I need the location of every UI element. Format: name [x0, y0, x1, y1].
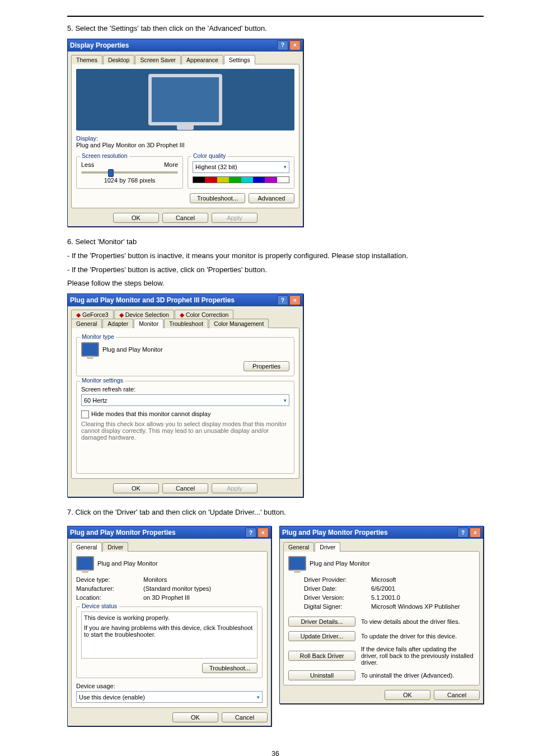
status-textarea: This device is working properly. If you … [81, 612, 257, 659]
tab-strip: Themes Desktop Screen Saver Appearance S… [71, 55, 299, 64]
device-icon: ◆ [119, 311, 124, 318]
tab-driver[interactable]: Driver [315, 542, 340, 552]
title: Display Properties [70, 41, 129, 49]
chevron-down-icon: ▾ [284, 164, 287, 170]
version-value: 5.1.2001.0 [371, 594, 475, 601]
resolution-slider[interactable] [81, 171, 178, 174]
display-properties-dialog: Display Properties ? × Themes Desktop Sc… [67, 39, 303, 227]
tab-screensaver[interactable]: Screen Saver [135, 55, 181, 64]
advanced-button[interactable]: Advanced [249, 193, 294, 203]
ok-button[interactable]: OK [385, 690, 430, 700]
update-driver-button[interactable]: Update Driver... [288, 631, 355, 641]
title: Plug and Play Monitor and 3D Prophet III… [70, 296, 235, 304]
uninstall-text: To uninstall the driver (Advanced). [361, 672, 475, 679]
title: Plug and Play Monitor Properties [70, 529, 176, 536]
ok-button[interactable]: OK [113, 213, 159, 223]
properties-button[interactable]: Properties [243, 361, 289, 371]
hide-modes-checkbox[interactable] [81, 410, 89, 418]
help-icon[interactable]: ? [245, 528, 256, 538]
device-usage-label: Device usage: [76, 683, 263, 689]
step6b-text: - If the 'Properties' button is active, … [67, 265, 484, 276]
driver-details-button[interactable]: Driver Details... [288, 617, 355, 627]
rollback-button[interactable]: Roll Back Driver [288, 651, 355, 661]
color-dropdown[interactable]: Highest (32 bit)▾ [193, 161, 289, 173]
res-less: Less [81, 161, 94, 168]
close-icon[interactable]: × [470, 528, 481, 538]
color-icon: ◆ [180, 311, 184, 318]
close-icon[interactable]: × [289, 295, 301, 305]
monitor-icon [148, 74, 222, 125]
troubleshoot-button[interactable]: Troubleshoot... [190, 193, 245, 203]
refresh-value: 60 Hertz [84, 397, 107, 404]
device-usage-dropdown[interactable]: Use this device (enable)▾ [76, 691, 263, 703]
titlebar: Plug and Play Monitor Properties ? × [280, 526, 483, 539]
date-label: Driver Date: [304, 585, 366, 592]
device-status-legend: Device status [80, 603, 119, 609]
ok-button[interactable]: OK [172, 712, 218, 722]
device-name: Plug and Play Monitor [97, 560, 158, 567]
resolution-legend: Screen resolution [80, 152, 129, 159]
date-value: 6/6/2001 [371, 585, 475, 592]
color-swatches [193, 176, 289, 183]
rollback-text: If the device fails after updating the d… [361, 646, 475, 666]
devtype-label: Device type: [76, 576, 138, 583]
close-icon[interactable]: × [289, 40, 301, 50]
troubleshoot-button[interactable]: Troubleshoot... [202, 663, 257, 673]
help-icon[interactable]: ? [457, 528, 469, 538]
monitor-settings-legend: Monitor settings [80, 377, 125, 384]
tab-adapter[interactable]: Adapter [102, 319, 133, 328]
tab-appearance[interactable]: Appearance [181, 55, 223, 64]
device-name: Plug and Play Monitor [310, 560, 370, 567]
status-line1: This device is working properly. [84, 614, 255, 621]
monitor-icon [288, 556, 306, 571]
display-preview [76, 69, 294, 130]
status-line2: If you are having problems with this dev… [84, 624, 255, 638]
tab-troubleshoot[interactable]: Troubleshoot [164, 319, 208, 328]
help-icon[interactable]: ? [277, 295, 288, 305]
tab-geforce[interactable]: ◆GeForce3 [71, 310, 114, 319]
tab-desktop[interactable]: Desktop [103, 55, 135, 64]
uninstall-button[interactable]: Uninstall [288, 670, 355, 680]
titlebar: Plug and Play Monitor Properties ? × [68, 526, 271, 539]
manufacturer-label: Manufacturer: [76, 585, 138, 592]
apply-button: Apply [212, 483, 257, 493]
refresh-dropdown[interactable]: 60 Hertz▾ [81, 394, 289, 406]
signer-label: Digital Signer: [304, 603, 366, 610]
refresh-label: Screen refresh rate: [81, 386, 289, 393]
cancel-button[interactable]: Cancel [162, 483, 208, 493]
tab-driver[interactable]: Driver [102, 542, 128, 552]
driver-details-text: To view details about the driver files. [361, 618, 475, 625]
help-icon[interactable]: ? [277, 40, 288, 50]
step6c-text: Please follow the steps below. [67, 278, 484, 289]
chevron-down-icon: ▾ [257, 694, 260, 700]
apply-button: Apply [212, 213, 257, 223]
tab-color-correction[interactable]: ◆Color Correction [175, 310, 233, 319]
close-icon[interactable]: × [257, 528, 269, 538]
update-driver-text: To update the driver for this device. [361, 633, 475, 640]
ok-button[interactable]: OK [113, 483, 159, 493]
cancel-button[interactable]: Cancel [162, 213, 208, 223]
res-more: More [164, 161, 178, 168]
tab-general[interactable]: General [71, 542, 102, 552]
tab-themes[interactable]: Themes [71, 55, 102, 64]
chevron-down-icon: ▾ [284, 398, 287, 403]
device-usage-value: Use this device (enable) [79, 694, 145, 701]
version-label: Driver Version: [304, 594, 366, 601]
titlebar: Plug and Play Monitor and 3D Prophet III… [68, 294, 303, 306]
tab-device-selection[interactable]: ◆Device Selection [114, 310, 174, 319]
tab-settings[interactable]: Settings [224, 55, 255, 64]
tab-monitor[interactable]: Monitor [134, 319, 163, 328]
res-value: 1024 by 768 pixels [81, 177, 178, 184]
manufacturer-value: (Standard monitor types) [143, 585, 263, 592]
tab-color-management[interactable]: Color Management [209, 319, 269, 328]
step7-text: 7. Click on the 'Driver' tab and then cl… [67, 507, 484, 518]
cancel-button[interactable]: Cancel [222, 712, 268, 722]
signer-value: Microsoft Windows XP Publisher [371, 603, 475, 610]
tab-general[interactable]: General [71, 319, 102, 328]
hide-modes-text: Clearing this check box allows you to se… [81, 421, 289, 441]
cancel-button[interactable]: Cancel [434, 690, 480, 700]
tab-general[interactable]: General [283, 542, 314, 552]
provider-value: Microsoft [371, 576, 475, 583]
titlebar: Display Properties ? × [68, 39, 303, 52]
location-value: on 3D Prophet III [143, 594, 263, 601]
